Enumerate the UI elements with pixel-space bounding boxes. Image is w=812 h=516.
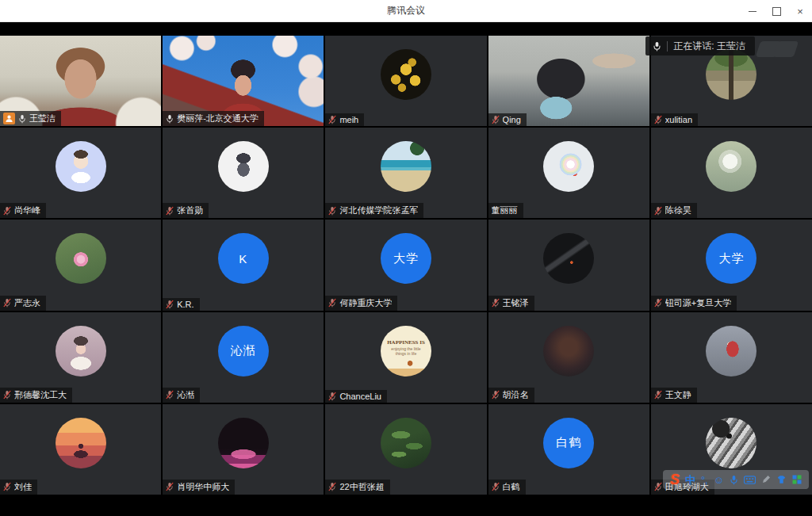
- participant-tile[interactable]: 王文静: [651, 312, 812, 403]
- participant-tile[interactable]: 严志永: [0, 220, 161, 310]
- participant-tile[interactable]: 刘佳: [0, 404, 161, 495]
- participant-namebar: 董丽丽: [488, 203, 523, 218]
- mic-muted-icon: [328, 482, 336, 491]
- participant-tile[interactable]: Qing: [488, 36, 649, 126]
- participant-avatar: K: [218, 233, 269, 284]
- minimize-button[interactable]: [741, 0, 764, 22]
- participant-namebar: meih: [325, 113, 364, 126]
- keyboard-icon[interactable]: [744, 476, 756, 484]
- participant-tile[interactable]: 邢德馨沈工大: [0, 312, 161, 403]
- voice-input-icon[interactable]: [730, 475, 738, 485]
- participant-name: 22中哲张超: [339, 481, 384, 493]
- participant-namebar: 尚华峰: [0, 203, 46, 218]
- window-title: 腾讯会议: [387, 4, 425, 17]
- mic-muted-icon: [492, 482, 500, 491]
- mic-muted-icon: [492, 298, 500, 308]
- participant-name: 白鹤: [503, 481, 520, 493]
- avatar-letter: 大学: [393, 251, 419, 266]
- participant-video: [488, 36, 649, 126]
- participant-tile[interactable]: meih: [325, 36, 486, 126]
- participant-avatar: [706, 49, 756, 100]
- participant-tile[interactable]: 河北传媒学院张孟军: [325, 128, 486, 218]
- participant-name: 河北传媒学院张孟军: [339, 204, 418, 216]
- speaking-indicator: 正在讲话: 王莹洁: [645, 36, 755, 55]
- participant-tile[interactable]: 肖明华中师大: [163, 404, 324, 495]
- participant-name: 董丽丽: [492, 204, 518, 216]
- participant-tile[interactable]: 白鹤白鹤: [488, 404, 649, 495]
- participant-namebar: ChanceLiu: [325, 390, 387, 403]
- participant-avatar: 白鹤: [543, 418, 594, 468]
- participant-name: Qing: [503, 115, 521, 124]
- ime-toolbar: S 中 °, ☺: [663, 470, 809, 489]
- mic-muted-icon: [3, 206, 11, 216]
- participant-avatar: [218, 418, 269, 468]
- participant-namebar: 樊丽萍-北京交通大学: [163, 111, 264, 126]
- participant-name: 胡沿名: [503, 389, 529, 401]
- participant-avatar: [706, 141, 756, 192]
- participant-namebar: Qing: [488, 113, 527, 126]
- participant-avatar: [706, 418, 756, 468]
- participant-tile[interactable]: HAPPINESS ISenjoying the little things i…: [325, 312, 486, 403]
- participant-namebar: 何静重庆大学: [325, 296, 397, 311]
- participant-namebar: 刘佳: [0, 480, 37, 495]
- participant-namebar: xulitian: [651, 113, 698, 126]
- participant-namebar: 白鹤: [488, 480, 526, 495]
- participant-tile[interactable]: 樊丽萍-北京交通大学: [163, 36, 324, 126]
- emoji-icon[interactable]: ☺: [714, 475, 724, 485]
- video-grid: 王莹洁樊丽萍-北京交通大学meihQingxulitian尚华峰张首勋河北传媒学…: [0, 36, 812, 495]
- participant-tile[interactable]: 王莹洁: [0, 36, 161, 126]
- participant-namebar: 陈徐昊: [651, 203, 697, 218]
- participant-tile[interactable]: 大学钮司源+复旦大学: [651, 220, 812, 310]
- mic-on-icon: [18, 114, 26, 124]
- toolbox-grid-icon[interactable]: [792, 475, 802, 484]
- chinese-mode-icon[interactable]: 中: [685, 475, 695, 485]
- participant-name: 严志永: [14, 297, 40, 309]
- participant-namebar: K.R.: [163, 298, 199, 311]
- participant-name: 尚华峰: [14, 204, 40, 216]
- participant-tile[interactable]: 大学何静重庆大学: [325, 220, 486, 310]
- meeting-watermark-logo: [755, 40, 801, 60]
- participant-tile[interactable]: 22中哲张超: [325, 404, 486, 495]
- close-button[interactable]: ×: [788, 0, 812, 22]
- participant-namebar: 河北传媒学院张孟军: [325, 203, 423, 218]
- participant-avatar: [381, 141, 431, 192]
- restore-button[interactable]: [764, 0, 788, 22]
- participant-tile[interactable]: 陈徐昊: [651, 128, 812, 218]
- avatar-letter: 沁湉: [231, 343, 256, 358]
- participant-namebar: 22中哲张超: [325, 480, 389, 495]
- participant-namebar: 王莹洁: [0, 111, 61, 126]
- participant-tile[interactable]: 张首勋: [163, 128, 324, 218]
- mic-muted-icon: [654, 298, 662, 308]
- mic-muted-icon: [328, 298, 336, 308]
- speaking-mic-icon: [653, 41, 661, 52]
- participant-tile[interactable]: KK.R.: [163, 220, 324, 310]
- participant-avatar: [543, 141, 594, 192]
- participant-name: 刘佳: [14, 481, 32, 493]
- participant-tile[interactable]: 胡沿名: [488, 312, 649, 403]
- participant-tile[interactable]: 董丽丽: [488, 128, 649, 218]
- participant-avatar: [56, 233, 106, 284]
- participant-tile[interactable]: 尚华峰: [0, 128, 161, 218]
- handwriting-icon[interactable]: [761, 475, 771, 484]
- mic-muted-icon: [3, 390, 11, 399]
- mic-muted-icon: [166, 300, 174, 309]
- participant-tile[interactable]: 王铭泽: [488, 220, 649, 310]
- participant-name: xulitian: [665, 115, 692, 124]
- avatar-letter: K: [239, 252, 247, 266]
- avatar-poster-subtitle: enjoying the little things in life: [389, 346, 423, 356]
- sogou-logo-icon[interactable]: S: [670, 472, 680, 487]
- presenter-icon: [3, 113, 15, 124]
- participant-name: 邢德馨沈工大: [14, 389, 67, 401]
- participant-avatar: 沁湉: [218, 326, 269, 376]
- participant-avatar: [543, 326, 594, 376]
- punctuation-icon[interactable]: °,: [701, 475, 708, 485]
- participant-namebar: 王文静: [651, 388, 697, 403]
- mic-muted-icon: [328, 392, 336, 401]
- participant-namebar: 邢德馨沈工大: [0, 388, 72, 403]
- skin-shirt-icon[interactable]: [776, 475, 787, 484]
- divider: [667, 41, 668, 52]
- participant-tile[interactable]: 沁湉沁湉: [163, 312, 324, 403]
- participant-namebar: 钮司源+复旦大学: [651, 296, 737, 311]
- avatar-poster-title: HAPPINESS IS: [387, 339, 425, 346]
- mic-muted-icon: [492, 390, 500, 399]
